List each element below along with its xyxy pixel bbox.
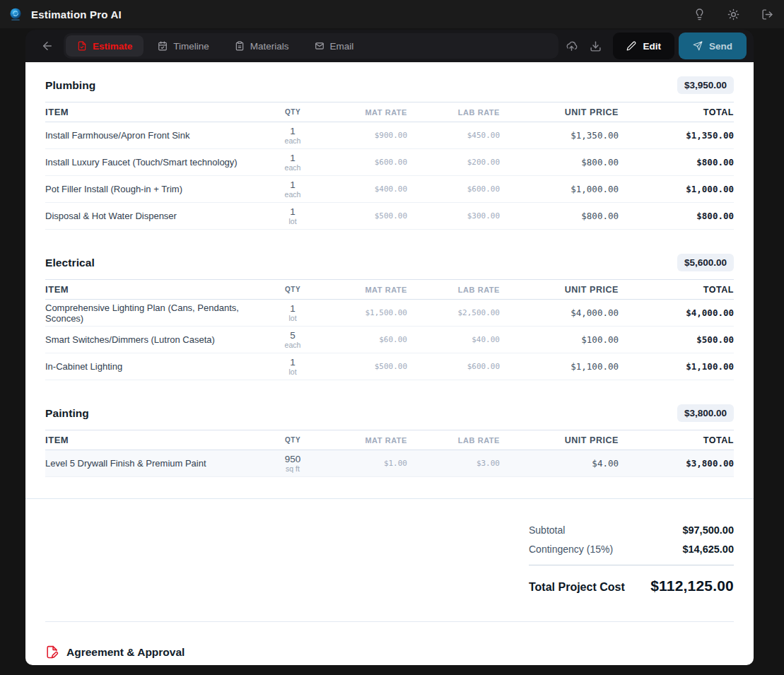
table-row[interactable]: Level 5 Drywall Finish & Premium Paint 9…: [45, 450, 734, 477]
col-total: TOTAL: [619, 107, 734, 117]
section-total-badge: $3,800.00: [677, 404, 734, 422]
section-title: Plumbing: [45, 79, 95, 92]
item-qty: 1each: [261, 126, 324, 146]
estimate-document: Plumbing $3,950.00 ITEM QTY MAT RATE LAB…: [25, 62, 754, 665]
lab-rate: $600.00: [407, 362, 500, 371]
back-button[interactable]: [35, 34, 59, 58]
grand-total-row: Total Project Cost $112,125.00: [529, 577, 734, 594]
contingency-label: Contingency (15%): [529, 544, 613, 555]
mat-rate: $60.00: [324, 335, 407, 344]
item-unit: lot: [288, 314, 296, 322]
table-row[interactable]: Disposal & Hot Water Dispenser 1lot $500…: [45, 203, 734, 230]
app-header: Estimation Pro AI: [0, 0, 784, 28]
col-mat-rate: MAT RATE: [324, 436, 407, 445]
section-header: Painting $3,800.00: [45, 396, 734, 430]
header-actions: [692, 7, 774, 21]
table-row[interactable]: Smart Switches/Dimmers (Lutron Caseta) 5…: [45, 327, 734, 353]
tab-materials[interactable]: Materials: [223, 35, 300, 57]
row-total: $800.00: [619, 211, 734, 221]
sun-icon: [727, 8, 739, 20]
tab-email[interactable]: Email: [303, 35, 365, 57]
item-name: Comprehensive Lighting Plan (Cans, Penda…: [45, 303, 261, 324]
lab-rate: $200.00: [407, 158, 500, 167]
send-button[interactable]: Send: [679, 33, 747, 59]
row-total: $1,100.00: [619, 361, 734, 372]
edit-button[interactable]: Edit: [613, 33, 674, 59]
table-row[interactable]: Install Farmhouse/Apron Front Sink 1each…: [45, 122, 734, 149]
mat-rate: $500.00: [324, 211, 407, 221]
tab-label: Email: [330, 41, 354, 52]
section-total-badge: $5,600.00: [677, 254, 734, 271]
pencil-icon: [626, 41, 636, 51]
lab-rate: $300.00: [407, 211, 500, 221]
contingency-row: Contingency (15%) $14,625.00: [529, 544, 734, 555]
mat-rate: $1,500.00: [324, 308, 407, 317]
col-qty: QTY: [261, 436, 324, 445]
section-title: Painting: [45, 407, 89, 420]
col-item: ITEM: [45, 107, 261, 117]
grand-total-label: Total Project Cost: [529, 581, 625, 594]
col-mat-rate: MAT RATE: [324, 286, 407, 294]
subtotal-value: $97,500.00: [682, 524, 734, 536]
send-button-label: Send: [709, 41, 732, 52]
lab-rate: $600.00: [407, 184, 500, 194]
file-pen-icon: [45, 645, 59, 659]
item-name: Disposal & Hot Water Dispenser: [45, 211, 261, 221]
lab-rate: $2,500.00: [407, 308, 500, 317]
col-unit-price: UNIT PRICE: [500, 285, 619, 295]
mat-rate: $600.00: [324, 158, 407, 167]
item-name: Install Luxury Faucet (Touch/Smart techn…: [45, 157, 261, 168]
unit-price: $4,000.00: [500, 307, 619, 318]
item-name: Smart Switches/Dimmers (Lutron Caseta): [45, 334, 261, 345]
col-mat-rate: MAT RATE: [324, 108, 407, 117]
table-row[interactable]: Comprehensive Lighting Plan (Cans, Penda…: [45, 300, 734, 327]
grand-total-value: $112,125.00: [650, 577, 734, 594]
estimate-sections: Plumbing $3,950.00 ITEM QTY MAT RATE LAB…: [25, 62, 754, 477]
col-lab-rate: LAB RATE: [407, 286, 500, 294]
table-row[interactable]: Install Luxury Faucet (Touch/Smart techn…: [45, 149, 734, 176]
table-row[interactable]: In-Cabinet Lighting 1lot $500.00 $600.00…: [45, 353, 734, 380]
estimate-workspace: Estimate Timeline Materials Email: [25, 30, 754, 665]
table-header-row: ITEM QTY MAT RATE LAB RATE UNIT PRICE TO…: [45, 280, 734, 300]
section-total-badge: $3,950.00: [677, 76, 734, 94]
unit-price: $800.00: [500, 211, 619, 221]
tab-estimate[interactable]: Estimate: [66, 35, 144, 57]
mat-rate: $400.00: [324, 184, 407, 194]
col-total: TOTAL: [619, 285, 734, 295]
contingency-value: $14,625.00: [682, 544, 734, 555]
table-row[interactable]: Pot Filler Install (Rough-in + Trim) 1ea…: [45, 176, 734, 203]
item-unit: each: [285, 163, 301, 172]
col-item: ITEM: [45, 284, 261, 295]
col-qty: QTY: [261, 108, 324, 117]
download-button[interactable]: [583, 34, 607, 58]
file-check-icon: [77, 41, 87, 51]
agreement-header: Agreement & Approval: [45, 645, 734, 659]
row-total: $1,350.00: [619, 130, 734, 141]
item-qty: 1each: [261, 153, 324, 172]
theme-toggle-button[interactable]: [726, 7, 740, 21]
cloud-upload-button[interactable]: [559, 34, 583, 58]
edit-button-label: Edit: [643, 41, 661, 52]
item-unit: each: [285, 190, 301, 199]
section-header: Electrical $5,600.00: [45, 245, 734, 280]
ideas-button[interactable]: [692, 7, 706, 21]
logout-button[interactable]: [760, 7, 774, 21]
arrow-left-icon: [41, 40, 54, 52]
download-icon: [590, 40, 602, 52]
summary: Subtotal $97,500.00 Contingency (15%) $1…: [25, 499, 754, 594]
logout-icon: [761, 8, 773, 20]
agreement-divider: [45, 621, 734, 622]
tab-timeline[interactable]: Timeline: [146, 35, 221, 57]
tab-bar: Estimate Timeline Materials Email: [64, 33, 558, 59]
calendar-check-icon: [158, 41, 168, 51]
mat-rate: $900.00: [324, 131, 407, 140]
clipboard-icon: [235, 41, 245, 51]
total-divider: [529, 565, 734, 565]
item-qty: 1each: [261, 180, 324, 199]
table-header-row: ITEM QTY MAT RATE LAB RATE UNIT PRICE TO…: [45, 102, 734, 122]
col-lab-rate: LAB RATE: [407, 108, 500, 117]
agreement-title: Agreement & Approval: [66, 646, 185, 659]
section-title: Electrical: [45, 257, 95, 269]
estimate-section: Painting $3,800.00 ITEM QTY MAT RATE LAB…: [45, 396, 734, 477]
item-name: Level 5 Drywall Finish & Premium Paint: [45, 458, 261, 469]
